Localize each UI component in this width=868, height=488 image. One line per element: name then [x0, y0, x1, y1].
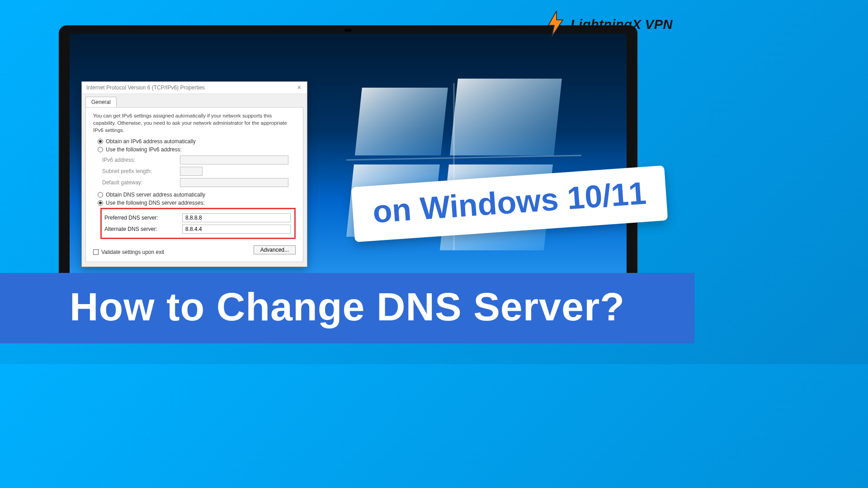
svg-line-5: [346, 155, 581, 160]
label-ipv6-address: IPv6 address:: [102, 157, 175, 163]
checkbox-unchecked-icon: [93, 249, 99, 255]
dialog-intro-text: You can get IPv6 settings assigned autom…: [93, 112, 296, 134]
svg-marker-0: [548, 11, 563, 36]
checkbox-validate-label: Validate settings upon exit: [101, 249, 164, 255]
advanced-button[interactable]: Advanced...: [254, 245, 296, 254]
dns-highlight-frame: Preferred DNS server: Alternate DNS serv…: [100, 208, 296, 239]
lightning-bolt-icon: [545, 11, 566, 38]
radio-manual-dns-label: Use the following DNS server addresses:: [106, 200, 205, 206]
radio-auto-ip-label: Obtain an IPv6 address automatically: [106, 138, 196, 145]
label-preferred-dns: Preferred DNS server:: [104, 215, 177, 221]
radio-auto-ip[interactable]: Obtain an IPv6 address automatically: [98, 138, 296, 145]
input-subnet-prefix: [180, 167, 203, 176]
input-preferred-dns[interactable]: [182, 213, 291, 222]
dialog-titlebar[interactable]: Internet Protocol Version 6 (TCP/IPv6) P…: [82, 82, 307, 94]
brand-name: LightningX VPN: [571, 17, 673, 32]
radio-checked-icon: [98, 139, 103, 144]
input-alternate-dns[interactable]: [182, 225, 291, 234]
radio-auto-dns[interactable]: Obtain DNS server address automatically: [98, 192, 296, 198]
svg-rect-2: [450, 79, 562, 155]
headline-title: How to Change DNS Server?: [0, 273, 694, 343]
radio-checked-icon: [98, 200, 103, 206]
radio-manual-ip-label: Use the following IPv6 address:: [106, 146, 182, 153]
radio-unchecked-icon: [98, 147, 103, 152]
input-default-gateway: [180, 178, 288, 187]
ipv6-properties-dialog: Internet Protocol Version 6 (TCP/IPv6) P…: [81, 81, 307, 267]
dialog-title: Internet Protocol Version 6 (TCP/IPv6) P…: [86, 84, 205, 91]
brand-logo: LightningX VPN: [545, 11, 673, 38]
radio-manual-dns[interactable]: Use the following DNS server addresses:: [98, 200, 296, 206]
svg-rect-1: [355, 88, 448, 155]
checkbox-validate-settings[interactable]: Validate settings upon exit: [93, 249, 164, 255]
radio-auto-dns-label: Obtain DNS server address automatically: [106, 192, 205, 198]
label-default-gateway: Default gateway:: [102, 179, 175, 186]
radio-unchecked-icon: [98, 192, 103, 197]
label-alternate-dns: Alternate DNS server:: [104, 226, 177, 232]
tab-general[interactable]: General: [85, 97, 117, 107]
radio-manual-ip[interactable]: Use the following IPv6 address:: [98, 146, 296, 153]
close-icon[interactable]: ×: [297, 85, 302, 90]
webcam-icon: [344, 29, 352, 32]
input-ipv6-address: [180, 155, 288, 164]
label-subnet-prefix: Subnet prefix length:: [102, 168, 175, 174]
